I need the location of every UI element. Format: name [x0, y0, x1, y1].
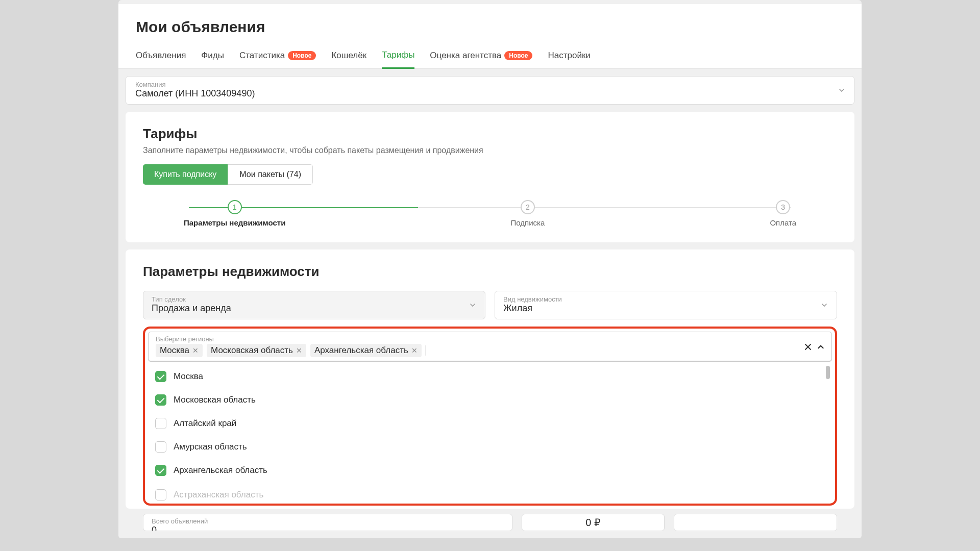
region-chip: Москва✕: [156, 344, 203, 357]
tab-label: Настройки: [548, 51, 590, 61]
checkbox-checked-icon[interactable]: [155, 394, 166, 406]
chevron-up-icon[interactable]: [817, 343, 824, 350]
tariffs-title: Тарифы: [143, 126, 837, 142]
regions-option-overflow: Астраханская область: [148, 485, 832, 500]
property-kind-select[interactable]: Вид недвижимости Жилая: [495, 291, 837, 319]
tab-label: Фиды: [201, 51, 224, 61]
company-value: Самолет (ИНН 1003409490): [135, 88, 845, 99]
deal-type-select[interactable]: Тип сделок Продажа и аренда: [143, 291, 485, 319]
step-circle: 3: [776, 200, 790, 214]
params-card: Параметры недвижимости Тип сделок Продаж…: [126, 249, 854, 509]
scrollbar-thumb[interactable]: [826, 366, 830, 379]
option-label: Москва: [174, 371, 203, 382]
text-cursor: [426, 345, 426, 356]
chip-remove-icon[interactable]: ✕: [296, 346, 302, 355]
company-label: Компания: [135, 81, 845, 88]
new-badge: Новое: [504, 51, 532, 60]
total-price: 0 ₽: [522, 514, 665, 531]
params-title: Параметры недвижимости: [143, 264, 837, 280]
company-select[interactable]: Компания Самолет (ИНН 1003409490): [126, 76, 854, 105]
tab-0[interactable]: Объявления: [136, 50, 186, 68]
tab-3[interactable]: Кошелёк: [331, 50, 366, 68]
new-badge: Новое: [288, 51, 316, 60]
tab-4[interactable]: Тарифы: [382, 50, 414, 69]
step-label: Параметры недвижимости: [184, 218, 285, 227]
tab-label: Статистика: [239, 51, 285, 61]
total-listings-label: Всего объявлений: [152, 517, 504, 525]
region-chip: Московская область✕: [207, 344, 306, 357]
my-packages-button[interactable]: Мои пакеты (74): [228, 164, 313, 185]
summary-row: Всего объявлений 0 0 ₽: [126, 514, 854, 531]
page-header: Мои объявления: [118, 4, 862, 41]
step-3: 3Оплата: [770, 200, 796, 227]
step-label: Оплата: [770, 218, 796, 227]
regions-multiselect-highlight: Выберите регионы Москва✕Московская облас…: [143, 327, 837, 506]
tab-label: Объявления: [136, 51, 186, 61]
tab-label: Оценка агентства: [430, 51, 501, 61]
option-label: Амурская область: [174, 442, 247, 452]
checkbox-icon[interactable]: [155, 418, 166, 429]
chevron-down-icon: [470, 302, 476, 308]
property-kind-label: Вид недвижимости: [503, 295, 828, 303]
deal-type-label: Тип сделок: [152, 295, 477, 303]
tariffs-subtitle: Заполните параметры недвижимости, чтобы …: [143, 146, 837, 155]
regions-label: Выберите регионы: [156, 335, 796, 343]
total-listings-value: 0: [152, 525, 504, 531]
step-circle: 2: [521, 200, 535, 214]
region-option[interactable]: Москва: [148, 365, 832, 388]
region-option[interactable]: Архангельская область: [148, 459, 832, 482]
total-listings-box: Всего объявлений 0: [143, 514, 512, 531]
checkbox-checked-icon[interactable]: [155, 465, 166, 476]
tab-label: Кошелёк: [331, 51, 366, 61]
option-label: Архангельская область: [174, 465, 267, 475]
regions-input[interactable]: Выберите регионы Москва✕Московская облас…: [148, 332, 832, 362]
chip-label: Москва: [160, 345, 189, 356]
tabs-bar: ОбъявленияФидыСтатистикаНовоеКошелёкТари…: [118, 41, 862, 69]
property-kind-value: Жилая: [503, 303, 828, 314]
tab-5[interactable]: Оценка агентстваНовое: [430, 50, 532, 68]
checkbox-icon: [155, 489, 166, 500]
deal-type-value: Продажа и аренда: [152, 303, 477, 314]
chevron-down-icon: [821, 302, 827, 308]
step-1: 1Параметры недвижимости: [184, 200, 285, 227]
step-circle: 1: [228, 200, 242, 214]
clear-icon[interactable]: [804, 343, 812, 351]
tab-label: Тарифы: [382, 50, 414, 60]
tab-6[interactable]: Настройки: [548, 50, 590, 68]
chevron-down-icon: [839, 87, 845, 93]
region-option[interactable]: Московская область: [148, 388, 832, 412]
option-label: Астраханская область: [174, 490, 263, 500]
tariffs-card: Тарифы Заполните параметры недвижимости,…: [126, 112, 854, 242]
checkbox-checked-icon[interactable]: [155, 371, 166, 382]
step-2: 2Подписка: [510, 200, 545, 227]
summary-spacer: [674, 514, 837, 531]
option-label: Алтайский край: [174, 418, 236, 429]
tab-1[interactable]: Фиды: [201, 50, 224, 68]
chip-label: Московская область: [211, 345, 293, 356]
buy-subscription-button[interactable]: Купить подписку: [143, 164, 228, 185]
step-label: Подписка: [510, 218, 545, 227]
chip-label: Архангельская область: [314, 345, 408, 356]
checkbox-icon[interactable]: [155, 441, 166, 453]
option-label: Московская область: [174, 395, 256, 405]
chip-remove-icon[interactable]: ✕: [192, 346, 199, 355]
tab-2[interactable]: СтатистикаНовое: [239, 50, 316, 68]
chip-remove-icon[interactable]: ✕: [411, 346, 418, 355]
page-title: Мои объявления: [136, 18, 844, 36]
region-option[interactable]: Амурская область: [148, 435, 832, 459]
region-option[interactable]: Алтайский край: [148, 412, 832, 435]
region-chip: Архангельская область✕: [310, 344, 422, 357]
regions-dropdown: МоскваМосковская областьАлтайский крайАм…: [148, 362, 832, 485]
stepper: 1Параметры недвижимости2Подписка3Оплата: [143, 200, 837, 227]
